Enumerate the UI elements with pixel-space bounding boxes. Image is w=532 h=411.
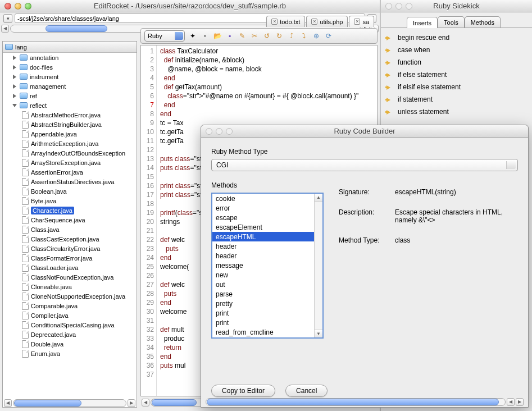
file-tab[interactable]: ×sa — [349, 16, 374, 27]
tree-file[interactable]: AssertionStatusDirectives.java — [3, 177, 137, 186]
zoom-icon[interactable] — [25, 3, 31, 10]
tool-icon[interactable]: ⊕ — [312, 31, 321, 40]
path-expand-button[interactable]: ▾ — [3, 14, 12, 23]
scroll-up-icon[interactable]: ▲ — [315, 194, 322, 202]
scroll-right-icon[interactable]: ▶ — [128, 399, 135, 407]
sidekick-tab[interactable]: Tools — [438, 16, 465, 28]
tool-icon[interactable]: ✂ — [250, 31, 259, 40]
tree-file[interactable]: ArithmeticException.java — [3, 139, 137, 148]
tree-file[interactable]: AssertionError.java — [3, 167, 137, 177]
tool-icon[interactable]: ⟳ — [324, 31, 333, 40]
close-tab-icon[interactable]: × — [354, 19, 360, 25]
method-option[interactable]: header — [212, 251, 322, 261]
new-file-icon[interactable]: ▫ — [201, 31, 210, 40]
tree-file[interactable]: Double.java — [3, 339, 137, 349]
methods-scrollbar[interactable]: ▲ ▼ — [314, 194, 322, 337]
sidekick-tab[interactable]: Inserts — [407, 17, 438, 28]
tree-file[interactable]: AbstractStringBuilder.java — [3, 120, 137, 129]
sidekick-tab[interactable]: Methods — [465, 16, 501, 28]
scroll-left-icon[interactable]: ◀ — [4, 399, 12, 407]
copy-to-editor-button[interactable]: Copy to Editor — [211, 385, 275, 397]
tree-file[interactable]: AbstractMethodError.java — [3, 110, 137, 120]
scroll-down-icon[interactable]: ▼ — [315, 330, 322, 337]
method-option[interactable]: new — [212, 270, 322, 280]
method-option[interactable]: message — [212, 261, 322, 270]
tree-file[interactable]: Appendable.java — [3, 129, 137, 139]
insert-item[interactable]: if else statement — [385, 68, 528, 81]
tree-file[interactable]: Character.java — [3, 206, 137, 215]
tree-file[interactable]: Class.java — [3, 225, 137, 234]
tree-folder[interactable]: management — [3, 81, 137, 91]
language-selector[interactable]: Ruby — [144, 30, 185, 42]
save-icon[interactable]: ▪ — [225, 31, 234, 40]
method-option[interactable]: out — [212, 280, 322, 289]
tree-file[interactable]: ConditionalSpecialCasing.java — [3, 320, 137, 330]
method-option[interactable]: pretty — [212, 299, 322, 308]
method-option[interactable]: escapeHTML — [212, 232, 322, 241]
file-tab[interactable]: ×todo.txt — [266, 16, 305, 27]
disclosure-icon[interactable] — [12, 104, 17, 107]
tool-icon[interactable]: ↻ — [275, 31, 284, 40]
tree-file[interactable]: Compiler.java — [3, 310, 137, 320]
tool-icon[interactable]: ↺ — [262, 31, 271, 40]
method-option[interactable]: escape — [212, 213, 322, 222]
tree-file[interactable]: ClassFormatError.java — [3, 253, 137, 263]
tree-file[interactable]: ArrayStoreException.java — [3, 158, 137, 167]
disclosure-icon[interactable] — [13, 84, 16, 89]
tree-folder[interactable]: ref — [3, 91, 137, 101]
insert-item[interactable]: begin rescue end — [385, 31, 528, 44]
tree-file[interactable]: ArrayIndexOutOfBoundsException — [3, 148, 137, 158]
disclosure-icon[interactable] — [13, 75, 16, 79]
insert-item[interactable]: if statement — [385, 93, 528, 106]
tree-folder[interactable]: annotation — [3, 53, 137, 62]
method-option[interactable]: header — [212, 241, 322, 251]
methods-listbox[interactable]: cookieerrorescapeescapeElementescapeHTML… — [211, 193, 324, 339]
method-option[interactable]: cookie — [212, 194, 322, 203]
method-option[interactable]: read_from_cmdline — [212, 327, 322, 337]
disclosure-icon[interactable] — [13, 94, 16, 98]
tree-hscroll[interactable]: ◀ ▶ — [3, 399, 137, 407]
open-icon[interactable]: 📂 — [213, 31, 222, 40]
tree-file[interactable]: Enum.java — [3, 349, 137, 358]
insert-item[interactable]: function — [385, 56, 528, 68]
tree-file[interactable]: Deprecated.java — [3, 330, 137, 339]
tree-file[interactable]: CharSequence.java — [3, 215, 137, 225]
disclosure-icon[interactable] — [13, 65, 16, 70]
insert-item[interactable]: case when — [385, 44, 528, 56]
close-icon[interactable] — [4, 3, 11, 10]
close-icon[interactable] — [385, 3, 392, 10]
method-option[interactable]: print — [212, 308, 322, 318]
tree-file[interactable]: Byte.java — [3, 196, 137, 206]
wand-icon[interactable]: ✦ — [188, 31, 197, 40]
method-option[interactable]: escapeElement — [212, 222, 322, 232]
tool-icon[interactable]: ⤵ — [299, 31, 308, 40]
tree-folder[interactable]: instrument — [3, 72, 137, 81]
tool-icon[interactable]: ⤴ — [287, 31, 296, 40]
dialog-hscroll[interactable]: ◀ ▶ — [204, 398, 525, 406]
insert-item[interactable]: if elsif else statement — [385, 81, 528, 93]
tree-folder[interactable]: doc-files — [3, 62, 137, 72]
tree-file[interactable]: ClassLoader.java — [3, 263, 137, 272]
close-icon[interactable] — [206, 128, 212, 135]
insert-item[interactable]: unless statement — [385, 106, 528, 118]
close-tab-icon[interactable]: × — [271, 19, 278, 25]
minimize-icon[interactable] — [216, 128, 222, 135]
method-type-dropdown[interactable]: CGI ▴▾ — [211, 159, 518, 171]
file-tab[interactable]: ×utils.php — [306, 16, 348, 27]
tree-folder[interactable]: reflect — [3, 101, 137, 110]
method-option[interactable]: error — [212, 203, 322, 213]
tool-icon[interactable]: ✎ — [238, 31, 247, 40]
tree-file[interactable]: ClassNotFoundException.java — [3, 272, 137, 282]
tree-file[interactable]: Cloneable.java — [3, 282, 137, 291]
method-option[interactable]: parse — [212, 289, 322, 299]
disclosure-icon[interactable] — [13, 56, 16, 60]
minimize-icon[interactable] — [395, 3, 402, 10]
tree-root[interactable]: lang — [3, 42, 137, 53]
scroll-left-icon[interactable]: ◀ — [1, 25, 9, 33]
tree-file[interactable]: ClassCircularityError.java — [3, 244, 137, 253]
tree-file[interactable]: Comparable.java — [3, 301, 137, 310]
tree-file[interactable]: CloneNotSupportedException.java — [3, 291, 137, 301]
cancel-button[interactable]: Cancel — [285, 385, 328, 397]
zoom-icon[interactable] — [406, 3, 412, 10]
method-option[interactable]: print — [212, 318, 322, 327]
